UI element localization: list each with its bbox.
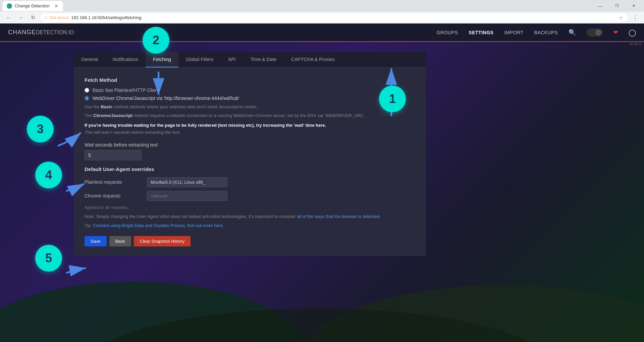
tutorial-circle-4: 4 [35, 162, 62, 188]
browser-addressbar: ← → ↻ ⚠ Not secure 192.168.1.18:5054/set… [0, 12, 644, 23]
info-chrome-text: The Chrome/Javascript method requires a … [85, 112, 415, 119]
address-bar[interactable]: ⚠ Not secure 192.168.1.18:5054/settings#… [40, 13, 628, 22]
radio-webdriver: WebDriver Chrome/Javascript via 'http://… [85, 96, 415, 101]
user-agent-section: Default User-Agent overrides Plaintext r… [85, 166, 415, 228]
browser-chrome: Change Detection ✕ — ❐ ✕ ← → ↻ ⚠ Not sec… [0, 0, 644, 23]
tutorial-circle-2: 2 [143, 27, 169, 54]
radio-basic-text: Basic fast Plaintext/HTTP Client [93, 88, 159, 93]
ua-plaintext-input[interactable] [147, 177, 227, 187]
wait-seconds-field: Wait seconds before extracting text [85, 142, 415, 160]
tutorial-circle-1: 1 [379, 86, 406, 112]
radio-webdriver-input[interactable] [85, 96, 89, 101]
address-actions: ☆ [618, 14, 624, 21]
toggle-knob [595, 30, 601, 36]
save-button[interactable]: Save [85, 236, 107, 246]
button-row: Save Back Clear Snapshot History [85, 236, 415, 246]
tabs-header: General Notifications Fetching Global Fi… [74, 52, 426, 68]
wait-seconds-label: Wait seconds before extracting text [85, 142, 415, 148]
browser-menu-button[interactable]: ⋮ [631, 13, 640, 22]
content-area: General Notifications Fetching Global Fi… [0, 42, 644, 266]
tutorial-circle-3: 3 [27, 116, 54, 142]
nav-groups[interactable]: GROUPS [437, 30, 458, 35]
window-controls: — ❐ ✕ [592, 0, 641, 12]
url-text: 192.168.1.18:5054/settings#fetching [71, 15, 142, 20]
ua-plaintext-label: Plaintext requests [85, 179, 142, 185]
search-icon[interactable]: 🔍 [569, 29, 576, 36]
radio-webdriver-label[interactable]: WebDriver Chrome/Javascript via 'http://… [85, 96, 415, 101]
brand-logo: CHANGEDETECTION.IO [8, 29, 74, 36]
tab-close-button[interactable]: ✕ [54, 3, 59, 9]
tab-captcha-proxies[interactable]: CAPTCHA & Proxies [284, 52, 342, 67]
forward-nav-button[interactable]: → [16, 13, 25, 22]
radio-basic: Basic fast Plaintext/HTTP Client [85, 88, 415, 93]
browser-tab[interactable]: Change Detection ✕ [3, 1, 63, 11]
back-button[interactable]: Back [109, 236, 131, 246]
tab-global-filters[interactable]: Global Filters [178, 52, 221, 67]
info-basic-text: Use the Basic method (default) where you… [85, 104, 415, 110]
nav-import[interactable]: IMPORT [504, 30, 523, 35]
tab-notifications[interactable]: Notifications [105, 52, 146, 67]
nav-backups[interactable]: BACKUPS [534, 30, 558, 35]
navbar-links: GROUPS SETTINGS IMPORT BACKUPS 🔍 ❤ ◯ [437, 28, 636, 37]
version-label: v0.49.0 [629, 42, 641, 46]
heart-icon[interactable]: ❤ [613, 29, 618, 36]
tab-favicon-icon [7, 3, 12, 9]
security-icon: ⚠ [44, 15, 48, 20]
brand-change: CHANGE [8, 29, 36, 36]
note-text: Note: Simply changing the User-Agent oft… [85, 213, 415, 220]
radio-webdriver-text: WebDriver Chrome/Javascript via 'http://… [93, 96, 239, 101]
tab-general[interactable]: General [74, 52, 105, 67]
nav-settings[interactable]: SETTINGS [469, 30, 493, 35]
applied-text: Applied to all requests. [85, 205, 415, 210]
dark-mode-toggle[interactable] [587, 28, 603, 37]
wait-seconds-input[interactable] [85, 150, 142, 160]
tip-connect-text: Tip: Connect using Bright Data and Oxyla… [85, 223, 415, 228]
fetch-method-section: Fetch Method Basic fast Plaintext/HTTP C… [85, 77, 415, 160]
maximize-button[interactable]: ❐ [609, 0, 625, 12]
clear-snapshot-button[interactable]: Clear Snapshot History [134, 236, 191, 246]
bookmark-icon[interactable]: ☆ [618, 14, 624, 21]
ua-chrome-label: Chrome requests [85, 193, 142, 198]
ua-plaintext-row: Plaintext requests [85, 177, 415, 187]
github-icon[interactable]: ◯ [629, 28, 636, 37]
radio-basic-label[interactable]: Basic fast Plaintext/HTTP Client [85, 88, 415, 93]
bright-data-link[interactable]: Connect using Bright Data and Oxylabs Pr… [93, 223, 224, 228]
tab-fetching[interactable]: Fetching [146, 52, 178, 67]
tip-rendering-text: If you're having trouble waiting for the… [85, 122, 415, 136]
tab-api[interactable]: API [221, 52, 243, 67]
fetch-method-title: Fetch Method [85, 77, 415, 83]
brand-rest: DETECTION.IO [36, 30, 74, 35]
settings-panel: General Notifications Fetching Global Fi… [74, 52, 426, 256]
browser-titlebar: Change Detection ✕ — ❐ ✕ [0, 0, 644, 12]
ua-section-title: Default User-Agent overrides [85, 166, 415, 172]
ua-chrome-row: Chrome requests [85, 191, 415, 201]
ua-chrome-input[interactable] [147, 191, 227, 201]
security-label: Not secure [50, 15, 69, 20]
tab-time-date[interactable]: Time & Date [243, 52, 284, 67]
anti-robot-link[interactable]: all of the ways that the browser is dete… [297, 214, 379, 219]
panel-content: Fetch Method Basic fast Plaintext/HTTP C… [74, 68, 426, 256]
back-nav-button[interactable]: ← [4, 13, 13, 22]
close-button[interactable]: ✕ [626, 0, 641, 12]
navbar: CHANGEDETECTION.IO GROUPS SETTINGS IMPOR… [0, 23, 644, 42]
radio-basic-input[interactable] [85, 88, 89, 93]
tab-title: Change Detection [15, 3, 50, 8]
app-container: CHANGEDETECTION.IO GROUPS SETTINGS IMPOR… [0, 23, 644, 342]
tutorial-circle-5: 5 [35, 245, 62, 272]
reload-button[interactable]: ↻ [28, 13, 38, 22]
minimize-button[interactable]: — [592, 0, 608, 12]
